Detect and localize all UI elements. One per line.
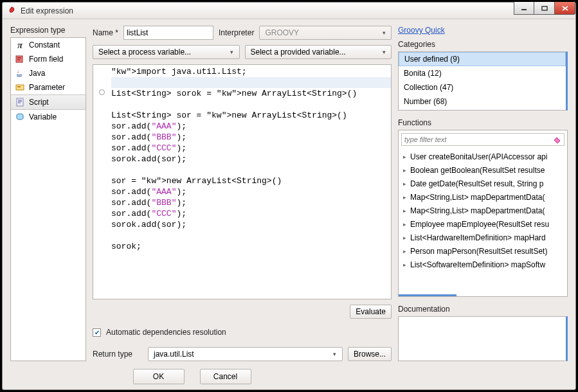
code-line[interactable]: sorok; bbox=[111, 241, 391, 252]
code-line[interactable] bbox=[111, 99, 391, 110]
category-item[interactable]: Number (68) bbox=[399, 94, 566, 109]
type-item-script[interactable]: Script bbox=[11, 94, 86, 110]
expand-icon[interactable]: ▸ bbox=[401, 221, 408, 227]
expand-icon[interactable]: ▸ bbox=[401, 154, 408, 160]
code-line[interactable]: "kw">import java.util.List; bbox=[111, 66, 391, 77]
code-line[interactable]: sorok.add(sor); bbox=[111, 219, 391, 230]
svg-rect-1 bbox=[542, 6, 547, 10]
chevron-down-icon: ▾ bbox=[379, 28, 388, 37]
functions-tree[interactable]: ▸User createBonitaUser(APIAccessor api▸B… bbox=[399, 148, 567, 294]
center-panel: Name * Interpreter GROOVY ▾ Select a pro… bbox=[93, 26, 392, 361]
function-item[interactable]: ▸Map<String,List> mapDepartmentData( bbox=[399, 190, 567, 204]
code-line[interactable]: List<String> sorok = "kw">new ArrayList<… bbox=[111, 88, 391, 99]
provided-variable-label: Select a provided variable... bbox=[251, 48, 346, 57]
category-item[interactable]: Collection (47) bbox=[399, 80, 566, 94]
categories-list[interactable]: User defined (9) Bonita (12) Collection … bbox=[398, 51, 568, 111]
code-line[interactable]: sor = "kw">new ArrayList<String>() bbox=[111, 175, 391, 186]
function-label: List<SoftwareItemDefinition> mapSoftw bbox=[410, 260, 545, 269]
function-item[interactable]: ▸List<SoftwareItemDefinition> mapSoftw bbox=[399, 258, 567, 271]
close-button[interactable] bbox=[555, 2, 575, 15]
browse-button[interactable]: Browse... bbox=[348, 347, 392, 361]
interpreter-dropdown[interactable]: GROOVY ▾ bbox=[259, 26, 392, 40]
expand-icon[interactable]: ▸ bbox=[401, 194, 408, 200]
right-panel: Groovy Quick Categories User defined (9)… bbox=[398, 26, 568, 361]
code-line[interactable]: List<String> sor = "kw">new ArrayList<St… bbox=[111, 110, 391, 121]
function-item[interactable]: ▸Employee mapEmployee(ResultSet resu bbox=[399, 217, 567, 231]
expand-icon[interactable]: ▸ bbox=[401, 167, 408, 174]
expand-icon[interactable]: ▸ bbox=[401, 181, 408, 187]
code-line[interactable]: sor.add("BBB"); bbox=[111, 197, 391, 208]
java-icon bbox=[15, 68, 25, 78]
auto-deps-checkbox[interactable]: ✔ bbox=[93, 328, 101, 337]
scrollbar-horizontal[interactable] bbox=[399, 294, 456, 296]
return-type-dropdown[interactable]: java.util.List ▾ bbox=[148, 347, 343, 361]
svg-rect-2 bbox=[16, 56, 23, 62]
cancel-button[interactable]: Cancel bbox=[200, 369, 251, 384]
code-line[interactable] bbox=[111, 165, 391, 175]
provided-variable-dropdown[interactable]: Select a provided variable... ▾ bbox=[245, 45, 392, 59]
code-line[interactable] bbox=[111, 77, 391, 88]
expand-icon[interactable]: ▸ bbox=[401, 248, 408, 254]
functions-filter-input[interactable] bbox=[401, 133, 564, 146]
code-line[interactable] bbox=[111, 230, 391, 241]
function-label: List<HardwareItemDefinition> mapHard bbox=[410, 233, 546, 242]
window-title: Edit expression bbox=[21, 6, 73, 15]
type-item-parameter[interactable]: Parameter bbox=[11, 80, 86, 94]
editor-content[interactable]: "kw">import java.util.List; List<String>… bbox=[111, 65, 391, 299]
type-label: Constant bbox=[29, 40, 60, 49]
category-item[interactable]: User defined (9) bbox=[399, 52, 566, 66]
evaluate-button[interactable]: Evaluate bbox=[350, 305, 392, 319]
interpreter-label: Interpreter bbox=[219, 28, 254, 37]
maximize-button[interactable] bbox=[534, 2, 555, 15]
type-label: Script bbox=[29, 98, 49, 107]
code-editor[interactable]: "kw">import java.util.List; List<String>… bbox=[93, 64, 392, 299]
code-line[interactable]: sor.add("BBB"); bbox=[111, 132, 391, 143]
groovy-quick-link[interactable]: Groovy Quick bbox=[398, 26, 568, 35]
minimize-button[interactable] bbox=[514, 2, 534, 15]
process-variable-dropdown[interactable]: Select a process variable... ▾ bbox=[93, 45, 240, 59]
titlebar[interactable]: Edit expression bbox=[3, 3, 575, 19]
documentation-box bbox=[398, 316, 568, 361]
functions-panel: ▸User createBonitaUser(APIAccessor api▸B… bbox=[398, 130, 568, 297]
code-line[interactable]: sor.add("CCC"); bbox=[111, 208, 391, 219]
expression-type-list[interactable]: π Constant Form field Java Parameter bbox=[10, 37, 86, 361]
return-type-label: Return type bbox=[93, 350, 143, 359]
interpreter-value: GROOVY bbox=[265, 28, 299, 37]
categories-title: Categories bbox=[398, 40, 568, 49]
variable-icon bbox=[15, 112, 25, 122]
function-item[interactable]: ▸Date getDate(ResultSet result, String p bbox=[399, 177, 567, 190]
expand-icon[interactable]: ▸ bbox=[401, 235, 408, 241]
type-item-java[interactable]: Java bbox=[11, 66, 86, 80]
form-icon bbox=[15, 54, 25, 64]
expand-icon[interactable]: ▸ bbox=[401, 208, 408, 214]
code-line[interactable]: sor.add("AAA"); bbox=[111, 121, 391, 132]
dialog-window: Edit expression Expression type π Consta… bbox=[2, 2, 576, 390]
type-item-variable[interactable]: Variable bbox=[11, 110, 86, 124]
dialog-body: Expression type π Constant Form field Ja… bbox=[3, 19, 575, 369]
type-label: Variable bbox=[29, 112, 57, 121]
function-label: User createBonitaUser(APIAccessor api bbox=[410, 152, 547, 161]
function-item[interactable]: ▸Boolean getBoolean(ResultSet resultse bbox=[399, 163, 567, 177]
window-controls bbox=[514, 2, 575, 15]
function-item[interactable]: ▸List<HardwareItemDefinition> mapHard bbox=[399, 231, 567, 244]
pi-icon: π bbox=[15, 40, 25, 50]
function-item[interactable]: ▸Map<String,List> mapDepartmentData( bbox=[399, 204, 567, 217]
fold-marker-icon[interactable] bbox=[99, 89, 105, 95]
type-item-constant[interactable]: π Constant bbox=[11, 38, 86, 52]
function-label: Employee mapEmployee(ResultSet resu bbox=[410, 220, 549, 229]
code-line[interactable]: sorok.add(sor); bbox=[111, 154, 391, 165]
expand-icon[interactable]: ▸ bbox=[401, 262, 408, 268]
eraser-icon[interactable] bbox=[552, 134, 562, 145]
script-icon bbox=[15, 97, 25, 107]
code-line[interactable]: sor.add("CCC"); bbox=[111, 143, 391, 154]
type-item-formfield[interactable]: Form field bbox=[11, 52, 86, 66]
code-line[interactable]: sor.add("AAA"); bbox=[111, 186, 391, 197]
function-item[interactable]: ▸Person mapPerson(ResultSet resultSet) bbox=[399, 244, 567, 258]
category-item[interactable]: Bonita (12) bbox=[399, 66, 566, 80]
type-label: Java bbox=[29, 69, 45, 78]
type-label: Parameter bbox=[29, 83, 65, 92]
function-label: Boolean getBoolean(ResultSet resultse bbox=[410, 166, 545, 175]
name-input[interactable] bbox=[123, 26, 213, 40]
function-item[interactable]: ▸User createBonitaUser(APIAccessor api bbox=[399, 150, 567, 163]
ok-button[interactable]: OK bbox=[133, 369, 185, 384]
